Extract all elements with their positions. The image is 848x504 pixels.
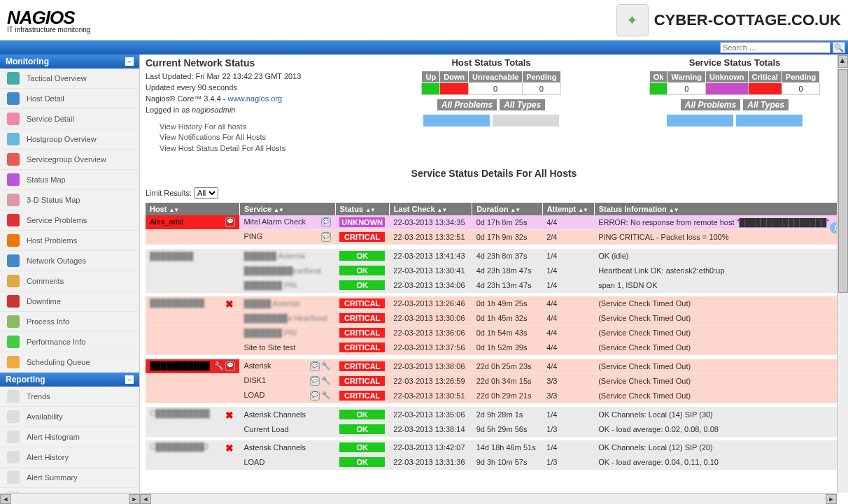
sidebar-item[interactable]: Tactical Overview	[0, 69, 139, 89]
totals-header[interactable]: Up	[422, 71, 440, 83]
sidebar-item[interactable]: Process Info	[0, 312, 139, 332]
sidebar-item[interactable]: Comments	[0, 271, 139, 291]
limit-select[interactable]: All	[194, 187, 218, 199]
all-types-bar[interactable]	[493, 115, 559, 127]
totals-value[interactable]: 0	[667, 83, 706, 95]
host-cell[interactable]	[146, 278, 239, 292]
column-header[interactable]: Last Check▲▼	[389, 203, 472, 215]
totals-header[interactable]: Unreachable	[469, 71, 523, 83]
sidebar-item[interactable]: Network Outages	[0, 251, 139, 271]
scroll-up-icon[interactable]: ▲	[838, 55, 848, 68]
totals-value[interactable]	[706, 83, 749, 95]
service-cell[interactable]: Site to Site test	[239, 340, 335, 355]
all-problems-bar[interactable]	[667, 115, 733, 127]
service-cell[interactable]: ██████ Asterisk	[239, 249, 335, 264]
host-cell[interactable]	[146, 326, 239, 340]
sidebar-item[interactable]: Alert History	[0, 447, 139, 468]
column-header[interactable]: Status▲▼	[335, 203, 389, 215]
totals-value[interactable]	[440, 83, 469, 95]
sidebar-item[interactable]: Alert Summary	[0, 468, 139, 488]
totals-header[interactable]: Warning	[667, 71, 706, 83]
service-cell[interactable]: █████████eartbeat	[239, 263, 335, 278]
view-link[interactable]: View Host Status Detail For All Hosts	[160, 143, 355, 154]
service-cell[interactable]: Asterisk Channels	[239, 407, 335, 422]
all-types-bar[interactable]	[736, 115, 803, 127]
service-cell[interactable]: ████████a Heartbeat	[239, 311, 335, 326]
sidebar-item[interactable]: Service Detail	[0, 109, 139, 129]
host-cell[interactable]	[146, 422, 239, 436]
sidebar-item[interactable]: 3-D Status Map	[0, 190, 139, 210]
column-header[interactable]: Host▲▼	[146, 203, 239, 215]
sidebar-item[interactable]: Host Problems	[0, 231, 139, 251]
scroll-left-icon[interactable]: ◄	[140, 494, 151, 504]
all-problems-label[interactable]: All Problems	[681, 99, 740, 110]
service-cell[interactable]: Asterisk Channels	[239, 440, 335, 455]
service-cell[interactable]: █████ Asterisk	[239, 296, 335, 311]
service-cell[interactable]: Mitel Alarm Check💬	[239, 215, 335, 230]
host-cell[interactable]: C█████████2✖	[146, 440, 239, 455]
service-cell[interactable]: Current Load	[239, 422, 335, 436]
sidebar-item[interactable]: Downtime	[0, 291, 139, 312]
host-cell[interactable]: ██████████✖	[146, 296, 239, 311]
host-cell[interactable]	[146, 340, 239, 355]
collapse-icon[interactable]: −	[125, 375, 134, 384]
scroll-left-icon[interactable]: ◄	[0, 494, 11, 504]
totals-header[interactable]: Unknown	[706, 71, 749, 83]
column-header[interactable]: Service▲▼	[239, 203, 335, 215]
column-header[interactable]: Duration▲▼	[472, 203, 543, 215]
all-types-label[interactable]: All Types	[500, 99, 545, 110]
view-link[interactable]: View Notifications For All Hosts	[160, 132, 355, 143]
service-cell[interactable]: ███████ PRI	[239, 278, 335, 292]
totals-header[interactable]: Critical	[748, 71, 782, 83]
host-cell[interactable]	[146, 230, 239, 245]
host-cell[interactable]: Alex_adsl💬	[146, 215, 239, 230]
host-cell[interactable]: ███████████🔧💬	[146, 359, 239, 374]
host-cell[interactable]	[146, 388, 239, 403]
search-input[interactable]	[720, 42, 831, 53]
host-cell[interactable]	[146, 455, 239, 470]
service-cell[interactable]: DISK1💬🔧	[239, 373, 335, 388]
search-button[interactable]: 🔍	[833, 42, 845, 53]
column-header[interactable]: Status Information▲▼	[594, 203, 842, 215]
column-header[interactable]: Attempt▲▼	[542, 203, 594, 215]
totals-value[interactable]: 0	[469, 83, 523, 95]
host-cell[interactable]	[146, 373, 239, 388]
service-cell[interactable]: PING💬	[239, 230, 335, 245]
service-cell[interactable]: LOAD	[239, 455, 335, 470]
sidebar-item[interactable]: Host Detail	[0, 89, 139, 109]
host-cell[interactable]	[146, 311, 239, 326]
sidebar-item[interactable]: Scheduling Queue	[0, 352, 139, 373]
host-cell[interactable]: ████████	[146, 249, 239, 264]
totals-value[interactable]	[649, 83, 667, 95]
totals-value[interactable]: 0	[782, 83, 819, 95]
totals-header[interactable]: Pending	[782, 71, 819, 83]
totals-header[interactable]: Down	[440, 71, 469, 83]
sidebar-item[interactable]: Performance Info	[0, 332, 139, 352]
sidebar-item[interactable]: Servicegroup Overview	[0, 150, 139, 170]
totals-value[interactable]: 0	[523, 83, 560, 95]
sidebar-item[interactable]: Alert Histogram	[0, 427, 139, 447]
scroll-thumb[interactable]	[838, 69, 848, 293]
nagios-link[interactable]: www.nagios.org	[228, 94, 283, 103]
sidebar-item[interactable]: Trends	[0, 387, 139, 407]
collapse-icon[interactable]: −	[125, 57, 134, 66]
scroll-right-icon[interactable]: ►	[826, 494, 837, 504]
host-cell[interactable]	[146, 263, 239, 278]
sidebar-item[interactable]: Service Problems	[0, 210, 139, 231]
host-cell[interactable]: C██████████✖	[146, 407, 239, 422]
view-link[interactable]: View History For all hosts	[160, 122, 355, 132]
totals-header[interactable]: Pending	[523, 71, 560, 83]
section-reporting[interactable]: Reporting −	[0, 373, 139, 387]
totals-value[interactable]	[422, 83, 440, 95]
all-problems-bar[interactable]	[423, 115, 490, 127]
totals-value[interactable]	[748, 83, 782, 95]
service-cell[interactable]: ███████ PRI	[239, 326, 335, 340]
sidebar-item[interactable]: Status Map	[0, 170, 139, 190]
sidebar-item[interactable]: Availability	[0, 407, 139, 427]
sidebar-item[interactable]: Hostgroup Overview	[0, 129, 139, 150]
service-cell[interactable]: Asterisk💬🔧	[239, 359, 335, 374]
totals-header[interactable]: Ok	[649, 71, 667, 83]
section-monitoring[interactable]: Monitoring −	[0, 55, 139, 69]
all-types-label[interactable]: All Types	[743, 99, 789, 110]
scroll-right-icon[interactable]: ►	[129, 494, 140, 504]
